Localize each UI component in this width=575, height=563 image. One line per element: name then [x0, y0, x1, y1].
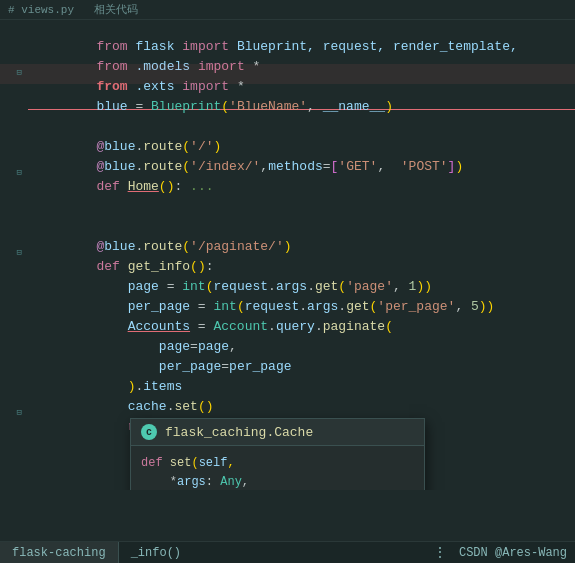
code-line-6: @blue.route('/') — [0, 124, 575, 144]
status-attribution: CSDN @Ares-Wang — [459, 546, 567, 560]
left-file-info: flask-caching — [12, 546, 106, 560]
line-number-20: ⊟ — [0, 405, 28, 419]
code-line-15: Accounts = Account.query.paginate( — [0, 304, 575, 324]
code-line-5 — [0, 104, 575, 124]
code-line-7: @blue.route('/index/',methods=['GET', 'P… — [0, 144, 575, 164]
line-number-12: ⊟ — [0, 245, 28, 259]
code-container: from flask import Blueprint, request, re… — [0, 20, 575, 428]
code-line-17: per_page=per_page — [0, 344, 575, 364]
code-line-10 — [0, 204, 575, 224]
code-line-11: @blue.route('/paginate/') — [0, 224, 575, 244]
code-line-14: per_page = int(request.args.get('per_pag… — [0, 284, 575, 304]
fold-icon-8[interactable]: ⊟ — [17, 168, 22, 178]
code-line-3: ⊟ from .exts import * — [0, 64, 575, 84]
code-line-4: blue = Blueprint('BlueName', __name__) — [0, 84, 575, 104]
line-number-8: ⊟ — [0, 165, 28, 179]
autocomplete-popup: c flask_caching.Cache def set(self, *arg… — [130, 418, 425, 490]
status-tab-left[interactable]: flask-caching — [0, 542, 119, 564]
line-number-3: ⊟ — [0, 65, 28, 79]
info-tab-label: _info() — [131, 546, 181, 560]
autocomplete-header: c flask_caching.Cache — [131, 419, 424, 446]
code-line-19: cache.set() — [0, 384, 575, 404]
fold-icon-3[interactable]: ⊟ — [17, 68, 22, 78]
code-line-16: page=page, — [0, 324, 575, 344]
code-line-2: from .models import * — [0, 44, 575, 64]
more-options-icon[interactable]: ⋮ — [433, 544, 447, 561]
status-left: flask-caching _info() — [0, 542, 193, 564]
code-line-9 — [0, 184, 575, 204]
autocomplete-body: def set(self, *args: Any, **kwargs: Any)… — [131, 446, 424, 490]
code-line-8: ⊟ def Home(): ... — [0, 164, 575, 184]
info-tab: _info() — [119, 542, 193, 564]
code-line-18: ).items — [0, 364, 575, 384]
breadcrumb: # views.py 相关代码 — [8, 2, 138, 17]
code-line-12: ⊟ def get_info(): — [0, 244, 575, 264]
autocomplete-title: flask_caching.Cache — [165, 425, 313, 440]
code-line-1: from flask import Blueprint, request, re… — [0, 24, 575, 44]
code-line-13: page = int(request.args.get('page', 1)) — [0, 264, 575, 284]
top-header: # views.py 相关代码 — [0, 0, 575, 20]
status-right: ⋮ CSDN @Ares-Wang — [433, 544, 575, 561]
autocomplete-signature: def set(self, *args: Any, **kwargs: Any)… — [141, 454, 414, 490]
fold-icon-20[interactable]: ⊟ — [17, 408, 22, 418]
editor-area: # views.py 相关代码 from flask import Bluepr… — [0, 0, 575, 490]
status-bar: flask-caching _info() ⋮ CSDN @Ares-Wang — [0, 541, 575, 563]
autocomplete-class-icon: c — [141, 424, 157, 440]
fold-icon-12[interactable]: ⊟ — [17, 248, 22, 258]
